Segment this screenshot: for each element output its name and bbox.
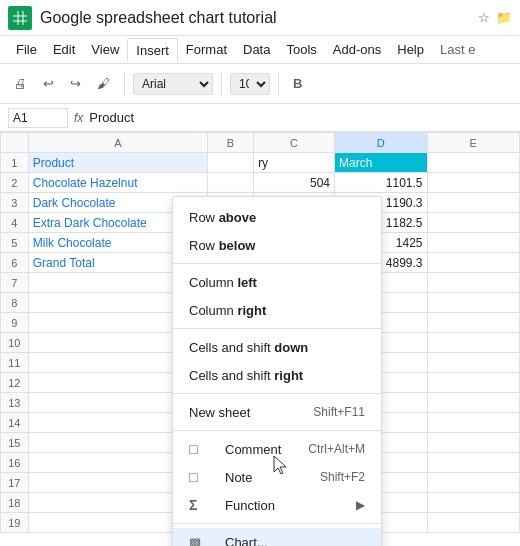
row-num-1: 1: [1, 153, 29, 173]
menu-file[interactable]: File: [8, 38, 45, 61]
grid-container: A B C D E 1 Product ry March 2 Chocolate…: [0, 132, 520, 533]
insert-function[interactable]: Σ Function ▶: [173, 491, 381, 519]
comment-icon: □: [189, 441, 209, 457]
menu-separator-4: [173, 430, 381, 431]
menu-separator-2: [173, 328, 381, 329]
cell-B1[interactable]: [207, 153, 253, 173]
redo-button[interactable]: ↪: [64, 72, 87, 95]
title-icons: ☆ 📁: [478, 10, 512, 25]
insert-row-above[interactable]: Row above: [173, 203, 381, 231]
menu-bar: File Edit View Insert Format Data Tools …: [0, 36, 520, 64]
col-header-D[interactable]: D: [335, 133, 427, 153]
insert-comment[interactable]: □ Comment Ctrl+Alt+M: [173, 435, 381, 463]
cell-D2[interactable]: 1101.5: [335, 173, 427, 193]
insert-cells-shift-down[interactable]: Cells and shift down: [173, 333, 381, 361]
insert-chart[interactable]: ▩ Chart...: [173, 528, 381, 546]
fx-label: fx: [74, 111, 83, 125]
menu-edit[interactable]: Edit: [45, 38, 83, 61]
insert-row-below[interactable]: Row below: [173, 231, 381, 259]
top-bar: Google spreadsheet chart tutorial ☆ 📁: [0, 0, 520, 36]
menu-data[interactable]: Data: [235, 38, 278, 61]
corner-header: [1, 133, 29, 153]
insert-new-sheet[interactable]: New sheet Shift+F11: [173, 398, 381, 426]
cell-reference[interactable]: [8, 108, 68, 128]
cell-E3[interactable]: [427, 193, 520, 213]
toolbar: 🖨 ↩ ↪ 🖌 Arial 10 B: [0, 64, 520, 104]
cell-C1[interactable]: ry: [254, 153, 335, 173]
table-row: 1 Product ry March: [1, 153, 520, 173]
insert-cells-shift-right[interactable]: Cells and shift right: [173, 361, 381, 389]
star-icon[interactable]: ☆: [478, 10, 490, 25]
insert-note[interactable]: □ Note Shift+F2: [173, 463, 381, 491]
svg-rect-0: [13, 11, 27, 25]
menu-addons[interactable]: Add-ons: [325, 38, 389, 61]
insert-column-left[interactable]: Column left: [173, 268, 381, 296]
cell-C2[interactable]: 504: [254, 173, 335, 193]
font-select[interactable]: Arial: [133, 73, 213, 95]
menu-format[interactable]: Format: [178, 38, 235, 61]
toolbar-separator-1: [124, 72, 125, 96]
row-num-6: 6: [1, 253, 29, 273]
table-row: 2 Chocolate Hazelnut 504 1101.5: [1, 173, 520, 193]
menu-tools[interactable]: Tools: [278, 38, 324, 61]
cell-B2[interactable]: [207, 173, 253, 193]
menu-separator-1: [173, 263, 381, 264]
bold-button[interactable]: B: [287, 72, 308, 95]
insert-dropdown-menu: Row above Row below Column left Column r…: [172, 196, 382, 546]
cell-A2[interactable]: Chocolate Hazelnut: [28, 173, 207, 193]
toolbar-separator-2: [221, 72, 222, 96]
row-num-4: 4: [1, 213, 29, 233]
cell-E6[interactable]: [427, 253, 520, 273]
menu-separator-3: [173, 393, 381, 394]
formula-content: Product: [89, 110, 512, 125]
undo-button[interactable]: ↩: [37, 72, 60, 95]
col-header-A[interactable]: A: [28, 133, 207, 153]
menu-last: Last e: [432, 38, 483, 61]
font-size-select[interactable]: 10: [230, 73, 270, 95]
page-title: Google spreadsheet chart tutorial: [40, 9, 478, 27]
cell-E5[interactable]: [427, 233, 520, 253]
insert-column-right[interactable]: Column right: [173, 296, 381, 324]
function-icon: Σ: [189, 497, 209, 513]
cell-D1[interactable]: March: [335, 153, 427, 173]
menu-help[interactable]: Help: [389, 38, 432, 61]
row-num-2: 2: [1, 173, 29, 193]
cell-E1[interactable]: [427, 153, 520, 173]
col-header-C[interactable]: C: [254, 133, 335, 153]
formula-bar: fx Product: [0, 104, 520, 132]
app-icon: [8, 6, 32, 30]
toolbar-separator-3: [278, 72, 279, 96]
row-num-5: 5: [1, 233, 29, 253]
menu-insert[interactable]: Insert: [127, 38, 178, 62]
chart-icon: ▩: [189, 535, 209, 547]
row-num-3: 3: [1, 193, 29, 213]
folder-icon[interactable]: 📁: [496, 10, 512, 25]
col-header-E[interactable]: E: [427, 133, 520, 153]
cell-A1[interactable]: Product: [28, 153, 207, 173]
cell-E4[interactable]: [427, 213, 520, 233]
paint-format-button[interactable]: 🖌: [91, 72, 116, 95]
col-header-B[interactable]: B: [207, 133, 253, 153]
menu-separator-5: [173, 523, 381, 524]
menu-view[interactable]: View: [83, 38, 127, 61]
print-button[interactable]: 🖨: [8, 72, 33, 95]
note-icon: □: [189, 469, 209, 485]
cell-E2[interactable]: [427, 173, 520, 193]
